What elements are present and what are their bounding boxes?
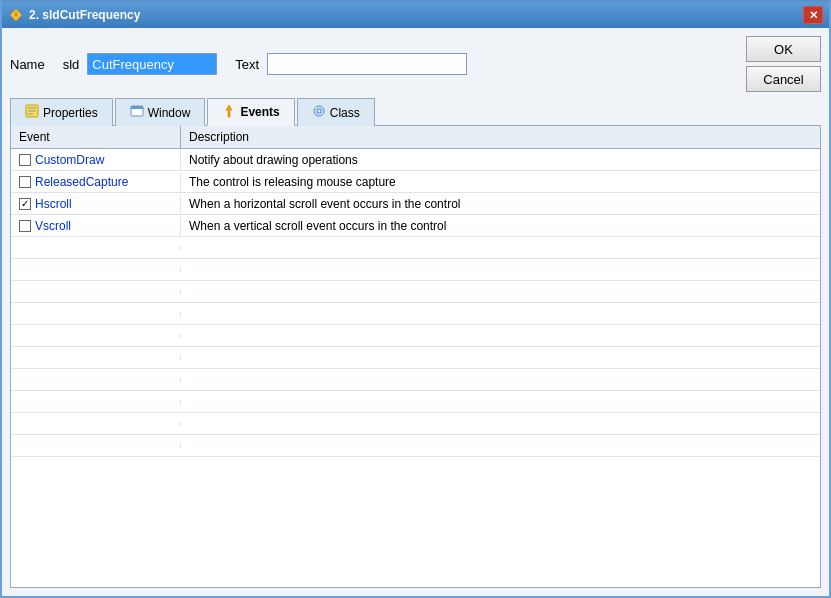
table-row-empty [11,435,820,457]
class-tab-icon [312,104,326,121]
events-tab-icon [222,104,236,121]
window-tab-icon [130,104,144,121]
content-area: Name sld Text OK Cancel [2,28,829,596]
window-icon [8,7,24,23]
table-row-empty [11,303,820,325]
empty-cell [11,334,181,338]
main-body: Properties Window [10,98,821,588]
table-row-empty [11,259,820,281]
table-row-empty [11,281,820,303]
event-name: Hscroll [35,197,72,211]
empty-cell [181,246,820,250]
col-event-header: Event [11,126,181,148]
event-checkbox[interactable] [19,176,31,188]
event-checkbox[interactable]: ✓ [19,198,31,210]
name-input[interactable] [87,53,217,75]
sld-label: sld [63,57,80,72]
table-row-empty [11,237,820,259]
tab-events[interactable]: Events [207,98,294,126]
table-row[interactable]: CustomDraw Notify about drawing operatio… [11,149,820,171]
table-row-empty [11,325,820,347]
tab-window[interactable]: Window [115,98,206,126]
table-row[interactable]: ✓ Hscroll When a horizontal scroll event… [11,193,820,215]
event-name: CustomDraw [35,153,104,167]
empty-cell [11,422,181,426]
events-table: Event Description CustomDraw Notify abou… [10,126,821,588]
table-row[interactable]: ReleasedCapture The control is releasing… [11,171,820,193]
svg-rect-7 [131,106,143,109]
empty-cell [181,444,820,448]
svg-point-9 [314,106,324,116]
empty-cell [181,378,820,382]
button-area: OK Cancel [746,36,821,92]
empty-cell [181,312,820,316]
event-name: ReleasedCapture [35,175,128,189]
event-checkbox[interactable] [19,220,31,232]
empty-cell [11,290,181,294]
svg-marker-8 [226,105,232,117]
title-bar-left: 2. sldCutFrequency [8,7,140,23]
empty-cell [181,268,820,272]
tab-properties[interactable]: Properties [10,98,113,126]
table-row-empty [11,391,820,413]
main-window: 2. sldCutFrequency ✕ Name sld Text OK Ca… [0,0,831,598]
tab-window-label: Window [148,106,191,120]
table-row-empty [11,347,820,369]
description-cell: When a horizontal scroll event occurs in… [181,195,820,213]
col-description-header: Description [181,126,820,148]
empty-cell [11,356,181,360]
properties-tab-icon [25,104,39,121]
empty-cell [11,246,181,250]
empty-cell [181,290,820,294]
tab-class-label: Class [330,106,360,120]
empty-cell [11,444,181,448]
window-title: 2. sldCutFrequency [29,8,140,22]
table-row-empty [11,413,820,435]
table-row-empty [11,369,820,391]
ok-button[interactable]: OK [746,36,821,62]
event-cell: Vscroll [11,217,181,235]
table-row[interactable]: Vscroll When a vertical scroll event occ… [11,215,820,237]
title-bar: 2. sldCutFrequency ✕ [2,2,829,28]
event-checkbox[interactable] [19,154,31,166]
description-cell: When a vertical scroll event occurs in t… [181,217,820,235]
empty-cell [181,356,820,360]
empty-cell [11,400,181,404]
table-body: CustomDraw Notify about drawing operatio… [11,149,820,587]
empty-cell [11,268,181,272]
empty-cell [181,334,820,338]
empty-cell [181,422,820,426]
close-button[interactable]: ✕ [803,6,823,24]
text-label: Text [235,57,259,72]
cancel-button[interactable]: Cancel [746,66,821,92]
event-cell: CustomDraw [11,151,181,169]
left-panel: Properties Window [10,98,821,588]
tabs: Properties Window [10,98,821,126]
tab-class[interactable]: Class [297,98,375,126]
empty-cell [181,400,820,404]
description-cell: Notify about drawing operations [181,151,820,169]
description-cell: The control is releasing mouse capture [181,173,820,191]
empty-cell [11,312,181,316]
event-cell: ReleasedCapture [11,173,181,191]
tab-properties-label: Properties [43,106,98,120]
tab-events-label: Events [240,105,279,119]
event-name: Vscroll [35,219,71,233]
name-label: Name [10,57,45,72]
table-header: Event Description [11,126,820,149]
event-cell: ✓ Hscroll [11,195,181,213]
empty-cell [11,378,181,382]
text-input[interactable] [267,53,467,75]
